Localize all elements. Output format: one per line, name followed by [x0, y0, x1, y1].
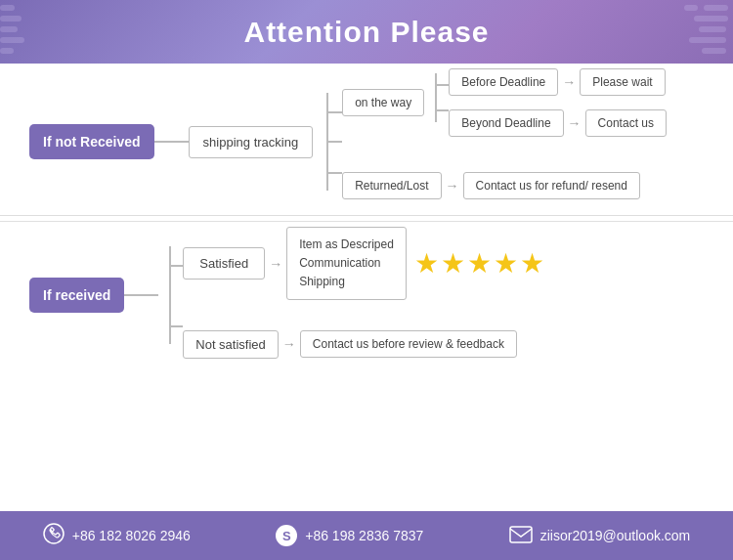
connector-1: [154, 140, 189, 144]
skype-number: +86 198 2836 7837: [305, 528, 423, 543]
info-line-1: Item as Descriped: [299, 236, 394, 254]
info-box: Item as Descriped Communication Shipping: [286, 227, 407, 301]
arrow-4: →: [269, 256, 282, 272]
content-area: If not Received shipping tracking: [0, 64, 733, 560]
spacer2: [183, 295, 546, 329]
svg-rect-5: [704, 5, 728, 11]
before-deadline-box: Before Deadline: [449, 68, 558, 96]
svg-rect-6: [694, 16, 728, 22]
branch-onway: on the way Before Deadline → Please wait: [342, 83, 667, 122]
section-received: If received Satisfied → Item as Descripe…: [0, 221, 733, 368]
branch-returned: Returned/Lost → Contact us for refund/ r…: [342, 171, 667, 200]
arrow-1: →: [562, 74, 576, 90]
footer-phone: +86 182 8026 2946: [43, 523, 191, 549]
header-deco-left: [0, 0, 78, 64]
star-rating: ★★★★★: [414, 247, 546, 280]
spacer: [342, 122, 667, 171]
svg-rect-0: [0, 5, 15, 11]
refund-resend-box: Contact us for refund/ resend: [463, 172, 640, 199]
phone-number: +86 182 8026 2946: [72, 528, 191, 543]
satisfied-box: Satisfied: [183, 247, 265, 280]
returned-lost-box: Returned/Lost: [342, 172, 441, 199]
satisfied-row: Satisfied → Item as Descriped Communicat…: [183, 232, 546, 295]
email-svg-icon: [509, 526, 533, 543]
email-address: ziisor2019@outlook.com: [540, 528, 691, 543]
not-received-label: If not Received: [29, 124, 154, 159]
header: Attention Please: [0, 0, 733, 64]
received-branches: Satisfied → Item as Descriped Communicat…: [183, 232, 546, 359]
skype-icon: S: [276, 525, 297, 546]
not-satisfied-box: Not satisfied: [183, 330, 279, 359]
section-divider: [0, 215, 733, 216]
header-deco-right: [616, 0, 733, 64]
svg-rect-24: [510, 527, 532, 542]
phone-icon: [43, 523, 65, 549]
svg-rect-10: [684, 5, 698, 11]
phone-svg-icon: [43, 523, 65, 544]
svg-rect-4: [0, 48, 14, 54]
footer-skype: S +86 198 2836 7837: [276, 525, 423, 546]
svg-rect-1: [0, 16, 22, 22]
arrow-5: →: [282, 336, 296, 352]
sub-tree-svg: [424, 73, 449, 122]
info-line-2: Communication: [299, 254, 394, 273]
received-tree: Satisfied → Item as Descriped Communicat…: [158, 232, 546, 359]
please-wait-box: Please wait: [580, 68, 665, 96]
header-title: Attention Please: [243, 16, 489, 49]
footer-email: ziisor2019@outlook.com: [509, 526, 691, 546]
svg-rect-7: [699, 26, 726, 32]
received-tree-svg: [158, 237, 183, 354]
connector-2: [124, 293, 158, 297]
section-not-received: If not Received shipping tracking: [0, 64, 733, 210]
shipping-tracking-box: shipping tracking: [189, 126, 314, 158]
contact-feedback-box: Contact us before review & feedback: [300, 330, 517, 358]
received-label: If received: [29, 278, 124, 313]
branches-col: on the way Before Deadline → Please wait: [342, 83, 667, 200]
svg-rect-2: [0, 26, 18, 32]
svg-rect-9: [702, 48, 726, 54]
svg-rect-8: [689, 37, 726, 43]
tree-lines-svg: [313, 83, 342, 200]
not-satisfied-row: Not satisfied → Contact us before review…: [183, 329, 546, 359]
before-deadline-row: Before Deadline → Please wait: [449, 68, 667, 96]
email-icon: [509, 526, 533, 546]
on-the-way-box: on the way: [342, 89, 424, 116]
svg-rect-3: [0, 37, 24, 43]
arrow-3: →: [446, 178, 459, 194]
footer: +86 182 8026 2946 S +86 198 2836 7837 zi…: [0, 511, 733, 560]
info-line-3: Shipping: [299, 273, 394, 291]
branch-tree: on the way Before Deadline → Please wait: [313, 83, 667, 200]
